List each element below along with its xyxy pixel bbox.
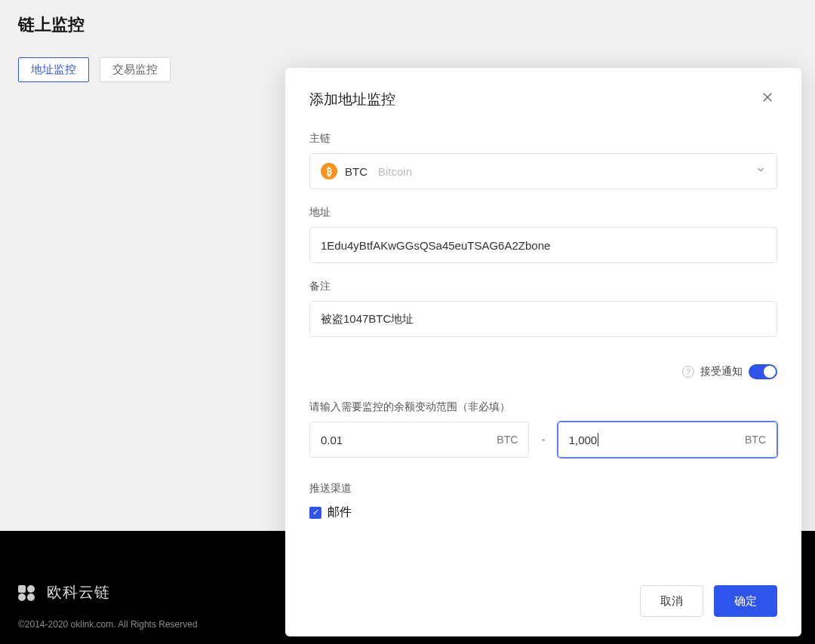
bitcoin-icon: ₿	[321, 163, 337, 179]
address-label: 地址	[309, 206, 777, 219]
range-separator: -	[541, 433, 545, 446]
notify-toggle[interactable]	[749, 364, 777, 379]
brand-name: 欧科云链	[47, 582, 110, 603]
email-checkbox-label: 邮件	[328, 504, 352, 520]
remark-label: 备注	[309, 280, 777, 293]
cancel-button[interactable]: 取消	[640, 585, 703, 617]
chain-label: 主链	[309, 132, 777, 146]
chain-name: Bitcoin	[378, 165, 412, 178]
page-title: 链上监控	[18, 14, 797, 36]
tab-address-monitor[interactable]: 地址监控	[18, 57, 89, 82]
text-caret	[598, 433, 598, 446]
add-address-monitor-modal: 添加地址监控 主链 ₿ BTC Bitcoin 地址 备注 ? 接受通知 请输入…	[285, 68, 801, 636]
tab-transaction-monitor[interactable]: 交易监控	[100, 57, 171, 82]
chevron-down-icon	[755, 164, 766, 178]
close-icon[interactable]	[758, 87, 777, 111]
address-input[interactable]	[309, 227, 777, 263]
confirm-button[interactable]: 确定	[714, 585, 777, 617]
range-max-input[interactable]: 1,000	[569, 434, 598, 446]
range-min-wrap[interactable]: BTC	[309, 422, 529, 458]
range-min-unit: BTC	[497, 434, 518, 446]
remark-input[interactable]	[309, 301, 777, 337]
channel-label: 推送渠道	[309, 482, 777, 495]
range-label: 请输入需要监控的余额变动范围（非必填）	[309, 400, 777, 414]
range-max-wrap[interactable]: 1,000 BTC	[558, 422, 777, 458]
range-max-unit: BTC	[745, 434, 766, 446]
notify-label: 接受通知	[700, 365, 743, 379]
modal-title: 添加地址监控	[309, 90, 395, 109]
brand-logo-icon	[18, 585, 39, 600]
range-min-input[interactable]	[321, 434, 497, 446]
chain-ticker: BTC	[345, 165, 368, 178]
chain-select[interactable]: ₿ BTC Bitcoin	[309, 153, 777, 189]
email-checkbox[interactable]: ✓	[309, 507, 321, 519]
help-icon[interactable]: ?	[682, 366, 694, 378]
